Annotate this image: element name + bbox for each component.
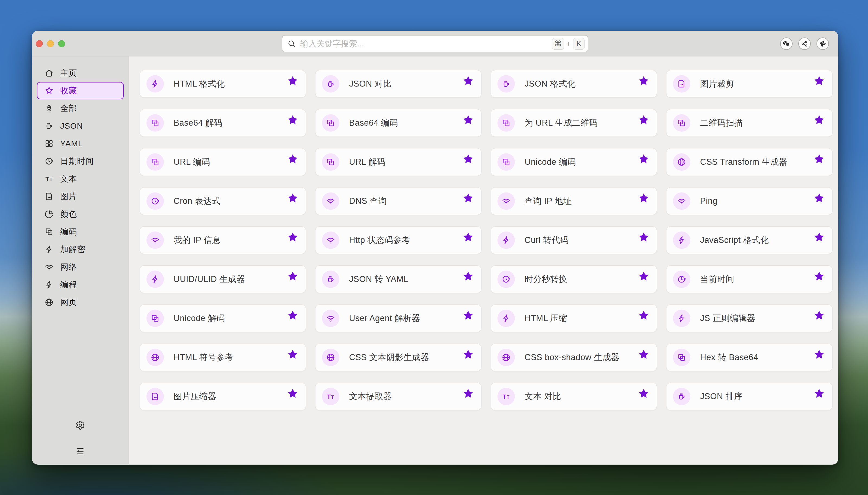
sidebar-item-label: 日期时间	[60, 156, 94, 167]
sidebar-item-network[interactable]: 网络	[37, 258, 124, 276]
tool-card[interactable]: Base64 编码	[315, 109, 481, 137]
minimize-button[interactable]	[47, 40, 54, 47]
favorite-star-button[interactable]	[462, 270, 474, 282]
favorite-star-button[interactable]	[287, 270, 299, 282]
tool-card[interactable]: HTML 压缩	[491, 305, 657, 332]
tool-card[interactable]: 图片压缩器	[140, 383, 306, 410]
favorite-star-button[interactable]	[462, 388, 474, 399]
tool-card[interactable]: JSON 对比	[315, 70, 481, 98]
copy-icon	[677, 118, 686, 127]
tool-card[interactable]: 我的 IP 信息	[140, 226, 306, 254]
tool-card[interactable]: User Agent 解析器	[315, 305, 481, 332]
zoom-button[interactable]	[58, 40, 65, 47]
favorite-star-button[interactable]	[638, 348, 650, 360]
sidebar-item-datetime[interactable]: 日期时间	[37, 153, 124, 170]
favorite-star-button[interactable]	[813, 309, 825, 321]
tool-card[interactable]: URL 编码	[140, 148, 306, 176]
favorite-star-button[interactable]	[638, 153, 650, 165]
tool-card[interactable]: Base64 解码	[140, 109, 306, 137]
tool-card[interactable]: 查询 IP 地址	[491, 187, 657, 215]
favorite-star-button[interactable]	[287, 231, 299, 243]
favorite-star-button[interactable]	[462, 192, 474, 204]
app-logo-button[interactable]	[816, 37, 829, 50]
tool-card[interactable]: 为 URL 生成二维码	[491, 109, 657, 137]
favorite-star-button[interactable]	[462, 348, 474, 360]
tool-card[interactable]: CSS box-shadow 生成器	[491, 344, 657, 371]
favorite-star-button[interactable]	[287, 153, 299, 165]
sidebar-item-crypto[interactable]: 加解密	[37, 241, 124, 258]
tool-card[interactable]: 文本 对比	[491, 383, 657, 410]
search-input[interactable]	[300, 39, 552, 48]
collapse-sidebar-button[interactable]	[74, 445, 86, 457]
favorite-star-button[interactable]	[813, 192, 825, 204]
tool-card[interactable]: 图片裁剪	[666, 70, 832, 98]
favorite-star-button[interactable]	[462, 309, 474, 321]
favorite-star-button[interactable]	[638, 309, 650, 321]
tool-card[interactable]: JS 正则编辑器	[666, 305, 832, 332]
favorite-star-button[interactable]	[462, 75, 474, 87]
favorite-star-button[interactable]	[462, 114, 474, 126]
favorite-star-button[interactable]	[287, 75, 299, 87]
sidebar-item-home[interactable]: 主页	[37, 64, 124, 82]
tool-card[interactable]: Curl 转代码	[491, 226, 657, 254]
search-bar[interactable]: ⌘ + K	[282, 35, 588, 52]
sidebar-item-all[interactable]: 全部	[37, 100, 124, 117]
star-filled-icon	[287, 153, 299, 165]
settings-button[interactable]	[74, 419, 86, 431]
tool-card[interactable]: HTML 格式化	[140, 70, 306, 98]
sidebar-item-text[interactable]: 文本	[37, 170, 124, 188]
favorite-star-button[interactable]	[287, 348, 299, 360]
favorite-star-button[interactable]	[287, 309, 299, 321]
tool-card[interactable]: HTML 符号参考	[140, 344, 306, 371]
favorite-star-button[interactable]	[462, 231, 474, 243]
tool-card[interactable]: CSS Transform 生成器	[666, 148, 832, 176]
tool-card[interactable]: JSON 排序	[666, 383, 832, 410]
favorite-star-button[interactable]	[813, 348, 825, 360]
tool-card[interactable]: 二维码扫描	[666, 109, 832, 137]
favorite-star-button[interactable]	[638, 192, 650, 204]
tool-card[interactable]: 文本提取器	[315, 383, 481, 410]
tool-card[interactable]: Ping	[666, 187, 832, 215]
sidebar-item-json[interactable]: JSON	[37, 117, 124, 135]
tool-card[interactable]: 时分秒转换	[491, 266, 657, 293]
tool-card[interactable]: Unicode 解码	[140, 305, 306, 332]
favorite-star-button[interactable]	[638, 231, 650, 243]
tool-card[interactable]: DNS 查询	[315, 187, 481, 215]
sidebar-item-favorites[interactable]: 收藏	[37, 82, 124, 99]
favorite-star-button[interactable]	[813, 153, 825, 165]
tool-card[interactable]: Cron 表达式	[140, 187, 306, 215]
close-button[interactable]	[36, 40, 43, 47]
tool-card[interactable]: CSS 文本阴影生成器	[315, 344, 481, 371]
sidebar-item-yaml[interactable]: YAML	[37, 135, 124, 152]
wechat-button[interactable]	[780, 37, 793, 50]
favorite-star-button[interactable]	[638, 270, 650, 282]
tool-card[interactable]: JSON 转 YAML	[315, 266, 481, 293]
favorite-star-button[interactable]	[287, 388, 299, 399]
favorite-star-button[interactable]	[813, 75, 825, 87]
favorite-star-button[interactable]	[287, 192, 299, 204]
tool-card[interactable]: Http 状态码参考	[315, 226, 481, 254]
favorite-star-button[interactable]	[638, 388, 650, 399]
favorite-star-button[interactable]	[287, 114, 299, 126]
tool-card[interactable]: JSON 格式化	[491, 70, 657, 98]
favorite-star-button[interactable]	[813, 270, 825, 282]
sidebar-item-image[interactable]: 图片	[37, 188, 124, 205]
favorite-star-button[interactable]	[813, 388, 825, 399]
sidebar-item-web[interactable]: 网页	[37, 294, 124, 311]
favorite-star-button[interactable]	[638, 114, 650, 126]
sidebar-item-color[interactable]: 颜色	[37, 205, 124, 223]
sidebar-item-encoding[interactable]: 编码	[37, 223, 124, 240]
favorite-star-button[interactable]	[638, 75, 650, 87]
tool-card[interactable]: 当前时间	[666, 266, 832, 293]
tool-card[interactable]: Unicode 编码	[491, 148, 657, 176]
share-button[interactable]	[798, 37, 811, 50]
sidebar-item-programming[interactable]: 编程	[37, 276, 124, 293]
lightning-icon	[677, 236, 686, 245]
tool-card[interactable]: UUID/ULID 生成器	[140, 266, 306, 293]
tool-card[interactable]: JavaScript 格式化	[666, 226, 832, 254]
favorite-star-button[interactable]	[813, 231, 825, 243]
tool-card[interactable]: URL 解码	[315, 148, 481, 176]
favorite-star-button[interactable]	[813, 114, 825, 126]
favorite-star-button[interactable]	[462, 153, 474, 165]
tool-card[interactable]: Hex 转 Base64	[666, 344, 832, 371]
